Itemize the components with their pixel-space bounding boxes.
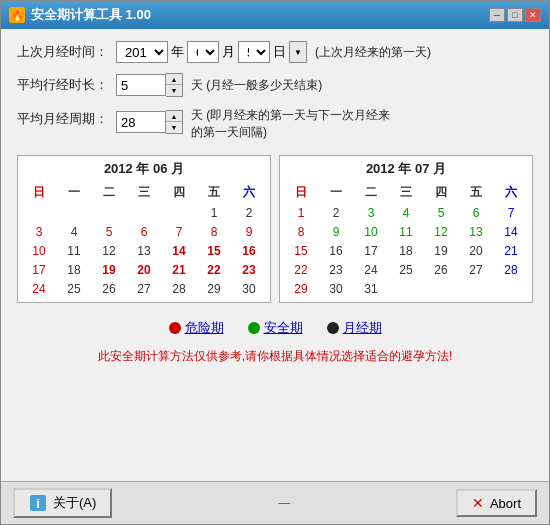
calendar-day: 3 — [354, 204, 388, 222]
calendar-day: 10 — [354, 223, 388, 241]
period-legend[interactable]: 月经期 — [327, 319, 382, 337]
dow-header: 五 — [459, 182, 493, 203]
calendar-day — [389, 280, 423, 298]
safe-legend[interactable]: 安全期 — [248, 319, 303, 337]
dow-header: 五 — [197, 182, 231, 203]
date-selector: 2012 年 6 月 5 日 ▼ — [116, 41, 307, 63]
status-text: — — [112, 496, 456, 510]
calendar-day: 4 — [57, 223, 91, 241]
date-dropdown-btn[interactable]: ▼ — [289, 41, 307, 63]
calendar-day — [127, 204, 161, 222]
calendar-day: 11 — [57, 242, 91, 260]
calendar-day: 18 — [389, 242, 423, 260]
calendar-day — [22, 204, 56, 222]
calendar-day: 4 — [389, 204, 423, 222]
calendar-day: 12 — [92, 242, 126, 260]
abort-button[interactable]: ✕ Abort — [456, 489, 537, 517]
duration-down-btn[interactable]: ▼ — [166, 85, 182, 96]
calendar-day: 15 — [197, 242, 231, 260]
cal-july-header: 2012 年 07 月 — [284, 160, 528, 178]
year-select[interactable]: 2012 — [116, 41, 168, 63]
danger-label: 危险期 — [185, 319, 224, 337]
calendar-day: 17 — [354, 242, 388, 260]
calendar-day: 14 — [494, 223, 528, 241]
dow-header: 二 — [92, 182, 126, 203]
window-controls: ─ □ ✕ — [489, 8, 541, 22]
calendar-day: 3 — [22, 223, 56, 241]
danger-legend[interactable]: 危险期 — [169, 319, 224, 337]
duration-hint: 天 (月经一般多少天结束) — [191, 77, 322, 94]
calendar-day: 23 — [232, 261, 266, 279]
calendar-day — [162, 204, 196, 222]
calendar-day: 29 — [284, 280, 318, 298]
danger-dot — [169, 322, 181, 334]
dow-header: 六 — [232, 182, 266, 203]
legend: 危险期 安全期 月经期 — [17, 319, 533, 337]
calendar-day: 8 — [197, 223, 231, 241]
month-select[interactable]: 6 — [187, 41, 219, 63]
duration-input[interactable]: 5 — [116, 74, 166, 96]
calendar-day — [459, 280, 493, 298]
cycle-spinner-btns: ▲ ▼ — [166, 110, 183, 134]
calendar-day: 28 — [494, 261, 528, 279]
main-content: 上次月经时间： 2012 年 6 月 5 日 ▼ (上次月经来的第一天) 平均行… — [1, 29, 549, 481]
calendar-day: 30 — [232, 280, 266, 298]
calendar-day: 20 — [127, 261, 161, 279]
calendar-day: 28 — [162, 280, 196, 298]
main-window: 🔥 安全期计算工具 1.00 ─ □ ✕ 上次月经时间： 2012 年 6 月 — [0, 0, 550, 525]
day-unit: 日 — [273, 43, 286, 61]
dow-header: 三 — [389, 182, 423, 203]
calendar-day: 21 — [162, 261, 196, 279]
dow-header: 三 — [127, 182, 161, 203]
calendar-day: 25 — [389, 261, 423, 279]
day-select[interactable]: 5 — [238, 41, 270, 63]
abort-icon: ✕ — [472, 495, 484, 511]
cal-june-grid: 日一二三四五六123456789101112131415161718192021… — [22, 182, 266, 298]
calendar-day: 18 — [57, 261, 91, 279]
duration-up-btn[interactable]: ▲ — [166, 74, 182, 85]
cycle-down-btn[interactable]: ▼ — [166, 122, 182, 133]
last-period-hint: (上次月经来的第一天) — [315, 44, 431, 61]
minimize-button[interactable]: ─ — [489, 8, 505, 22]
calendar-day: 6 — [127, 223, 161, 241]
calendar-day: 19 — [424, 242, 458, 260]
calendar-day: 29 — [197, 280, 231, 298]
calendar-day: 11 — [389, 223, 423, 241]
calendar-day: 5 — [92, 223, 126, 241]
calendar-june: 2012 年 06 月 日一二三四五六123456789101112131415… — [17, 155, 271, 303]
calendar-day: 6 — [459, 204, 493, 222]
dow-header: 一 — [319, 182, 353, 203]
calendar-day: 7 — [494, 204, 528, 222]
cycle-up-btn[interactable]: ▲ — [166, 111, 182, 122]
cycle-spinner: 28 ▲ ▼ — [116, 110, 183, 134]
cal-june-header: 2012 年 06 月 — [22, 160, 266, 178]
calendar-day: 10 — [22, 242, 56, 260]
calendar-day: 13 — [459, 223, 493, 241]
calendar-day — [92, 204, 126, 222]
calendar-day: 1 — [197, 204, 231, 222]
calendar-day: 27 — [459, 261, 493, 279]
calendar-day: 25 — [57, 280, 91, 298]
close-button[interactable]: ✕ — [525, 8, 541, 22]
calendar-day: 5 — [424, 204, 458, 222]
period-label: 月经期 — [343, 319, 382, 337]
calendar-day: 20 — [459, 242, 493, 260]
dow-header: 四 — [424, 182, 458, 203]
calendar-day: 26 — [424, 261, 458, 279]
warning-text: 此安全期计算方法仅供参考,请你根据具体情况选择适合的避孕方法! — [17, 347, 533, 366]
calendar-day: 16 — [232, 242, 266, 260]
cycle-input[interactable]: 28 — [116, 111, 166, 133]
bottom-bar: i 关于(A) — ✕ Abort — [1, 481, 549, 524]
about-icon: i — [29, 494, 47, 512]
cycle-row: 平均月经周期： 28 ▲ ▼ 天 (即月经来的第一天与下一次月经来的第一天间隔) — [17, 107, 533, 141]
month-unit: 月 — [222, 43, 235, 61]
about-button[interactable]: i 关于(A) — [13, 488, 112, 518]
calendar-day: 15 — [284, 242, 318, 260]
calendar-day: 24 — [354, 261, 388, 279]
maximize-button[interactable]: □ — [507, 8, 523, 22]
calendar-day: 2 — [319, 204, 353, 222]
calendar-day: 22 — [197, 261, 231, 279]
last-period-label: 上次月经时间： — [17, 43, 108, 61]
calendar-day: 8 — [284, 223, 318, 241]
calendar-day: 26 — [92, 280, 126, 298]
